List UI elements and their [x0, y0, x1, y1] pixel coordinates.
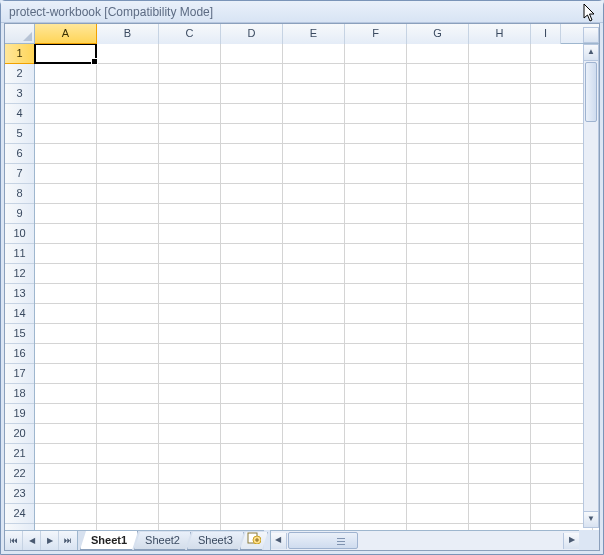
- column-headers: ABCDEFGHI: [35, 24, 599, 43]
- row-header-2[interactable]: 2: [5, 64, 34, 84]
- nav-prev-sheet[interactable]: ◀: [23, 531, 41, 550]
- column-header-I[interactable]: I: [531, 24, 561, 44]
- row-header-22[interactable]: 22: [5, 464, 34, 484]
- cells-area[interactable]: [35, 44, 599, 530]
- titlebar: protect-workbook [Compatibility Mode]: [1, 1, 603, 23]
- column-header-G[interactable]: G: [407, 24, 469, 44]
- select-all-corner[interactable]: [5, 24, 35, 44]
- hscroll-right-button[interactable]: ▶: [563, 533, 579, 549]
- sheet-tabs: Sheet1Sheet2Sheet3: [78, 530, 264, 550]
- sheet-tab-sheet3[interactable]: Sheet3: [187, 532, 244, 550]
- new-sheet-tab[interactable]: [240, 532, 268, 550]
- bottom-bar: ⏮ ◀ ▶ ⏭ Sheet1Sheet2Sheet3 ◀ ▶: [5, 530, 599, 550]
- row-header-19[interactable]: 19: [5, 404, 34, 424]
- column-header-H[interactable]: H: [469, 24, 531, 44]
- vsplit-handle[interactable]: [583, 27, 599, 43]
- row-header-23[interactable]: 23: [5, 484, 34, 504]
- row-header-17[interactable]: 17: [5, 364, 34, 384]
- gridlines: [35, 44, 599, 530]
- row-header-1[interactable]: 1: [5, 44, 35, 64]
- row-header-15[interactable]: 15: [5, 324, 34, 344]
- row-header-5[interactable]: 5: [5, 124, 34, 144]
- row-header-14[interactable]: 14: [5, 304, 34, 324]
- horizontal-scrollbar[interactable]: ◀ ▶: [270, 530, 579, 550]
- active-cell-outline[interactable]: [34, 44, 97, 64]
- column-header-A[interactable]: A: [35, 24, 97, 44]
- row-header-10[interactable]: 10: [5, 224, 34, 244]
- workbook-content: ABCDEFGHI 123456789101112131415161718192…: [4, 23, 600, 551]
- column-header-row: ABCDEFGHI: [5, 24, 599, 44]
- vscroll-thumb[interactable]: [585, 62, 597, 122]
- spreadsheet-window: protect-workbook [Compatibility Mode] AB…: [0, 0, 604, 555]
- row-header-7[interactable]: 7: [5, 164, 34, 184]
- row-header-20[interactable]: 20: [5, 424, 34, 444]
- hscroll-thumb[interactable]: [288, 532, 358, 549]
- column-header-F[interactable]: F: [345, 24, 407, 44]
- row-header-12[interactable]: 12: [5, 264, 34, 284]
- row-header-9[interactable]: 9: [5, 204, 34, 224]
- sheet-tab-sheet2[interactable]: Sheet2: [134, 532, 191, 550]
- row-header-13[interactable]: 13: [5, 284, 34, 304]
- row-header-24[interactable]: 24: [5, 504, 34, 524]
- window-title: protect-workbook [Compatibility Mode]: [9, 5, 213, 19]
- row-header-16[interactable]: 16: [5, 344, 34, 364]
- sheet-tab-sheet1[interactable]: Sheet1: [80, 531, 138, 550]
- row-header-8[interactable]: 8: [5, 184, 34, 204]
- vertical-scrollbar[interactable]: ▲ ▼: [583, 44, 599, 528]
- row-header-4[interactable]: 4: [5, 104, 34, 124]
- column-header-B[interactable]: B: [97, 24, 159, 44]
- row-header-11[interactable]: 11: [5, 244, 34, 264]
- nav-next-sheet[interactable]: ▶: [41, 531, 59, 550]
- column-header-C[interactable]: C: [159, 24, 221, 44]
- nav-last-sheet[interactable]: ⏭: [59, 531, 77, 550]
- sheet-nav-buttons: ⏮ ◀ ▶ ⏭: [5, 530, 78, 550]
- row-header-18[interactable]: 18: [5, 384, 34, 404]
- row-header-21[interactable]: 21: [5, 444, 34, 464]
- grid-area: ABCDEFGHI 123456789101112131415161718192…: [5, 24, 599, 530]
- row-header-6[interactable]: 6: [5, 144, 34, 164]
- vscroll-down-button[interactable]: ▼: [584, 511, 598, 527]
- hscroll-left-button[interactable]: ◀: [271, 533, 287, 549]
- column-header-E[interactable]: E: [283, 24, 345, 44]
- column-header-D[interactable]: D: [221, 24, 283, 44]
- grid-body: 123456789101112131415161718192021222324: [5, 44, 599, 530]
- vscroll-up-button[interactable]: ▲: [584, 45, 598, 61]
- nav-first-sheet[interactable]: ⏮: [5, 531, 23, 550]
- row-headers: 123456789101112131415161718192021222324: [5, 44, 35, 530]
- new-sheet-icon: [247, 532, 261, 544]
- row-header-3[interactable]: 3: [5, 84, 34, 104]
